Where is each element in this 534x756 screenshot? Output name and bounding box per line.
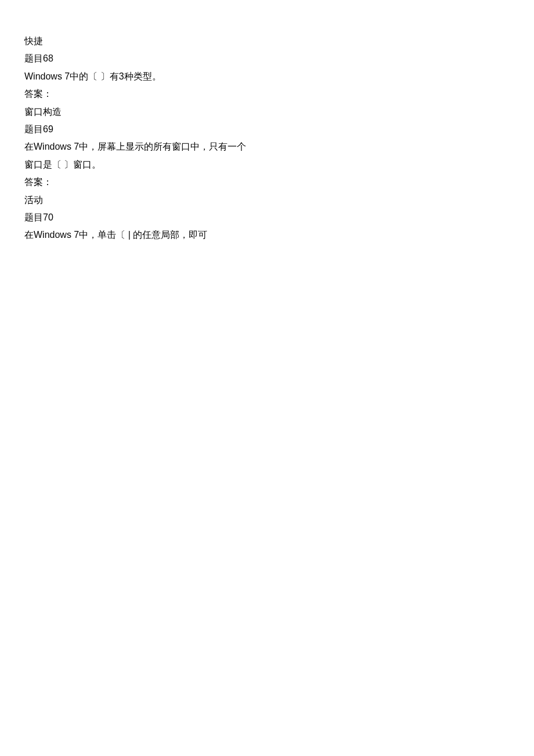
answer-label: 答案：: [24, 173, 274, 191]
question-heading: 题目69: [24, 121, 274, 138]
question-heading: 题目70: [24, 209, 274, 226]
question-text: 在Windows 7中，单击〔 | 的任意局部，即可: [24, 226, 274, 244]
answer-label: 答案：: [24, 85, 274, 103]
question-text: Windows 7中的〔 〕有3种类型。: [24, 68, 274, 85]
question-heading: 题目68: [24, 50, 274, 67]
answer-text: 活动: [24, 191, 274, 209]
answer-text: 窗口构造: [24, 103, 274, 121]
text-line: 快捷: [24, 32, 274, 50]
question-text: 窗口是〔 〕窗口。: [24, 156, 274, 173]
document-content: 快捷 题目68 Windows 7中的〔 〕有3种类型。 答案： 窗口构造 题目…: [24, 32, 274, 244]
question-text: 在Windows 7中，屏幕上显示的所有窗口中，只有一个: [24, 138, 274, 155]
